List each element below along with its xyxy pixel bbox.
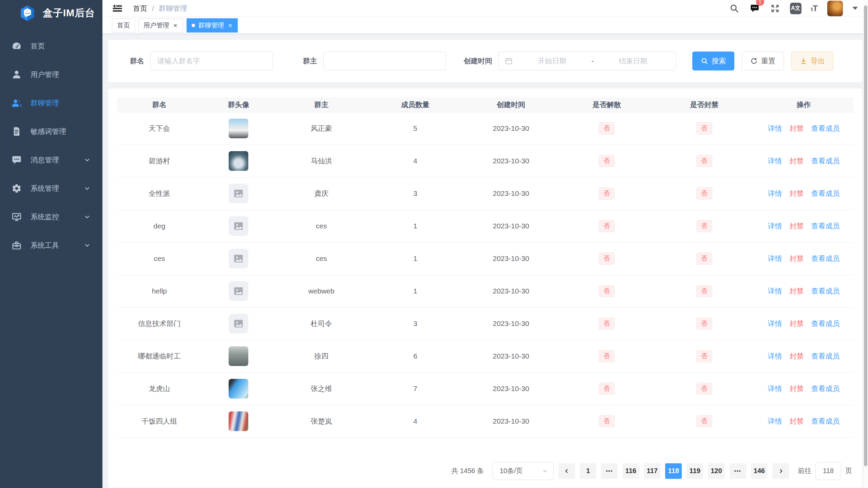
page-button-117[interactable]: 117 bbox=[644, 463, 660, 479]
table-row: 全性派龚庆32023-10-30否否详情封禁查看成员 bbox=[117, 177, 853, 210]
detail-link[interactable]: 详情 bbox=[768, 385, 782, 392]
next-page-button[interactable] bbox=[772, 463, 789, 479]
group-avatar bbox=[229, 119, 248, 138]
page-button-146[interactable]: 146 bbox=[751, 463, 768, 479]
message-icon[interactable]: 1 bbox=[749, 3, 760, 14]
scrollbar-track[interactable] bbox=[863, 0, 868, 488]
view-members-link[interactable]: 查看成员 bbox=[811, 385, 840, 392]
tab-2[interactable]: 群聊管理× bbox=[187, 18, 238, 33]
group-avatar-cell bbox=[202, 210, 275, 242]
ban-link[interactable]: 封禁 bbox=[789, 189, 804, 197]
sidebar-item-7[interactable]: 系统工具 bbox=[0, 231, 102, 260]
jump-page-input[interactable] bbox=[815, 462, 841, 480]
view-members-link[interactable]: 查看成员 bbox=[811, 222, 840, 230]
ban-link[interactable]: 封禁 bbox=[789, 287, 804, 295]
page-button-120[interactable]: 120 bbox=[708, 463, 725, 479]
banned-cell: 否 bbox=[655, 275, 754, 307]
detail-link[interactable]: 详情 bbox=[768, 189, 782, 197]
sidebar-item-1[interactable]: 用户管理 bbox=[0, 60, 102, 89]
banned-cell: 否 bbox=[655, 340, 754, 372]
group-avatar-cell bbox=[202, 145, 275, 177]
reset-button[interactable]: 重置 bbox=[742, 52, 784, 70]
sidebar-item-5[interactable]: 系统管理 bbox=[0, 174, 102, 203]
sidebar-item-4[interactable]: 消息管理 bbox=[0, 146, 102, 174]
start-date-placeholder[interactable]: 开始日期 bbox=[516, 56, 589, 66]
detail-link[interactable]: 详情 bbox=[768, 157, 782, 165]
view-members-link[interactable]: 查看成员 bbox=[811, 320, 840, 327]
group-name-cell: 全性派 bbox=[117, 177, 202, 210]
detail-link[interactable]: 详情 bbox=[768, 124, 782, 132]
sidebar-item-label: 首页 bbox=[31, 41, 45, 51]
table-row: 信息技术部门杜司令32023-10-30否否详情封禁查看成员 bbox=[117, 307, 853, 340]
search-icon[interactable] bbox=[729, 3, 740, 14]
group-name-cell: 哪都通临时工 bbox=[117, 340, 202, 372]
date-range-picker[interactable]: 开始日期 - 结束日期 bbox=[498, 52, 676, 70]
app-logo[interactable]: 盒子IM后台 bbox=[0, 0, 102, 26]
end-date-placeholder[interactable]: 结束日期 bbox=[597, 56, 670, 66]
banned-badge: 否 bbox=[696, 318, 712, 330]
banned-cell: 否 bbox=[655, 177, 754, 210]
pagination: 共 1456 条 10条/页 1•••116117118119120•••146… bbox=[117, 462, 853, 480]
view-members-link[interactable]: 查看成员 bbox=[811, 157, 840, 165]
ban-link[interactable]: 封禁 bbox=[789, 320, 804, 327]
translate-icon[interactable]: A文 bbox=[790, 3, 802, 14]
tab-1[interactable]: 用户管理× bbox=[138, 18, 183, 33]
view-members-link[interactable]: 查看成员 bbox=[811, 255, 840, 262]
user-avatar[interactable] bbox=[827, 1, 843, 16]
group-owner-input[interactable] bbox=[323, 52, 446, 70]
sidebar-item-0[interactable]: 首页 bbox=[0, 32, 102, 60]
tab-0[interactable]: 首页 bbox=[112, 18, 135, 33]
sidebar-item-2[interactable]: 群聊管理 bbox=[0, 89, 102, 117]
page-ellipsis[interactable]: ••• bbox=[730, 463, 746, 479]
view-members-link[interactable]: 查看成员 bbox=[811, 417, 840, 425]
detail-link[interactable]: 详情 bbox=[768, 352, 782, 360]
page-button-116[interactable]: 116 bbox=[622, 463, 639, 479]
group-name-input[interactable] bbox=[150, 52, 273, 70]
search-form-card: 群名 群主 创建时间 开始日期 - 结束日期 搜索 bbox=[108, 39, 863, 83]
search-button[interactable]: 搜索 bbox=[692, 52, 734, 70]
ban-link[interactable]: 封禁 bbox=[789, 124, 804, 132]
ban-link[interactable]: 封禁 bbox=[789, 417, 804, 425]
page-button-1[interactable]: 1 bbox=[580, 463, 596, 479]
sidebar-item-label: 用户管理 bbox=[31, 70, 59, 79]
detail-link[interactable]: 详情 bbox=[768, 255, 782, 262]
export-button[interactable]: 导出 bbox=[791, 52, 833, 70]
sidebar-item-3[interactable]: 敏感词管理 bbox=[0, 117, 102, 146]
view-members-link[interactable]: 查看成员 bbox=[811, 189, 840, 197]
created-time-cell: 2023-10-30 bbox=[463, 112, 559, 145]
detail-link[interactable]: 详情 bbox=[768, 222, 782, 230]
detail-link[interactable]: 详情 bbox=[768, 417, 782, 425]
page-button-119[interactable]: 119 bbox=[687, 463, 703, 479]
view-members-link[interactable]: 查看成员 bbox=[811, 352, 840, 360]
view-members-link[interactable]: 查看成员 bbox=[811, 287, 840, 295]
ban-link[interactable]: 封禁 bbox=[789, 352, 804, 360]
banned-badge: 否 bbox=[696, 350, 712, 363]
ban-link[interactable]: 封禁 bbox=[789, 255, 804, 262]
font-size-icon[interactable]: tT bbox=[811, 4, 818, 13]
banned-cell: 否 bbox=[655, 112, 754, 145]
page-button-118[interactable]: 118 bbox=[665, 463, 682, 479]
group-avatar-placeholder bbox=[229, 216, 248, 236]
sidebar-fold-icon[interactable] bbox=[112, 3, 123, 14]
detail-link[interactable]: 详情 bbox=[768, 287, 782, 295]
scrollbar-thumb[interactable] bbox=[864, 5, 867, 466]
page-ellipsis[interactable]: ••• bbox=[601, 463, 618, 479]
close-icon[interactable]: × bbox=[173, 22, 178, 29]
page-size-select[interactable]: 10条/页 bbox=[493, 462, 554, 480]
view-members-link[interactable]: 查看成员 bbox=[811, 124, 840, 132]
close-icon[interactable]: × bbox=[228, 22, 233, 29]
ban-link[interactable]: 封禁 bbox=[789, 157, 804, 165]
fullscreen-icon[interactable] bbox=[770, 3, 780, 14]
ban-link[interactable]: 封禁 bbox=[789, 385, 804, 392]
ban-link[interactable]: 封禁 bbox=[789, 222, 804, 230]
member-count-cell: 1 bbox=[367, 275, 463, 307]
chevron-down-icon[interactable] bbox=[852, 7, 858, 10]
sidebar-item-6[interactable]: 系统监控 bbox=[0, 203, 102, 231]
table-row: cesces12023-10-30否否详情封禁查看成员 bbox=[117, 242, 853, 275]
breadcrumb-home[interactable]: 首页 bbox=[133, 4, 147, 13]
prev-page-button[interactable] bbox=[558, 463, 575, 479]
detail-link[interactable]: 详情 bbox=[768, 320, 782, 327]
column-header-1: 群头像 bbox=[202, 97, 275, 112]
group-owner-cell: ces bbox=[275, 210, 367, 242]
group-owner-cell: 杜司令 bbox=[275, 307, 367, 340]
